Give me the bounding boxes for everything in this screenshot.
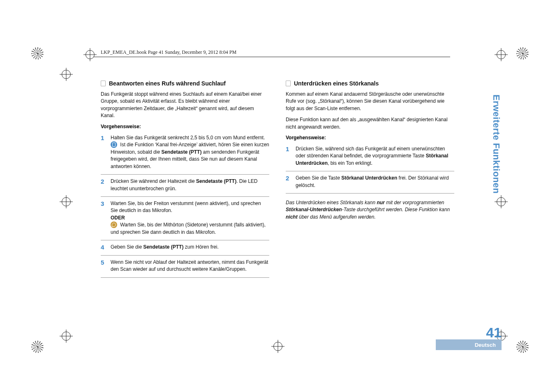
right-intro-1: Kommen auf einem Kanal andauernd Störger… — [286, 91, 454, 112]
registration-mark-icon — [273, 342, 282, 351]
procedure-label: Vorgehensweise: — [286, 135, 454, 141]
channel-free-icon — [111, 141, 117, 148]
list-item: 2 Geben Sie die Taste Störkanal Unterdrü… — [286, 172, 454, 194]
step-number: 4 — [101, 243, 104, 252]
language-strip: Deutsch — [436, 339, 502, 350]
step-number: 1 — [101, 134, 104, 143]
heading-text: Beantworten eines Rufs während Suchlauf — [109, 80, 226, 87]
list-item: 2 Drücken Sie während der Haltezeit die … — [101, 175, 269, 197]
language-label: Deutsch — [475, 342, 496, 348]
registration-flower-icon — [31, 341, 44, 353]
step-number: 2 — [286, 174, 289, 183]
registration-mark-icon — [497, 50, 506, 59]
step-number: 5 — [101, 258, 104, 267]
print-header: LKP_EMEA_DE.book Page 41 Sunday, Decembe… — [101, 49, 236, 55]
right-note: Das Unterdrücken eines Störkanals kann n… — [286, 199, 454, 221]
right-column: Unterdrücken eines Störkanals Kommen auf… — [286, 80, 454, 279]
registration-mark-icon — [62, 70, 71, 79]
talk-permit-icon — [111, 221, 117, 228]
doc-icon — [101, 81, 106, 86]
registration-flower-icon — [31, 47, 44, 60]
page-number: 41 — [465, 325, 502, 341]
registration-mark-icon — [62, 332, 71, 341]
list-item: 3 Warten Sie, bis der Freiton verstummt … — [101, 198, 269, 241]
step-number: 3 — [101, 199, 104, 208]
doc-icon — [286, 81, 291, 86]
registration-mark-icon — [86, 50, 95, 59]
list-item: 1 Halten Sie das Funkgerät senkrecht 2,5… — [101, 132, 269, 175]
header-text: LKP_EMEA_DE.book Page 41 Sunday, Decembe… — [101, 49, 236, 55]
left-steps: 1 Halten Sie das Funkgerät senkrecht 2,5… — [101, 132, 269, 278]
right-heading: Unterdrücken eines Störkanals — [286, 80, 454, 87]
left-column: Beantworten eines Rufs während Suchlauf … — [101, 80, 269, 279]
list-item: 4 Geben Sie die Sendetaste (PTT) zum Hör… — [101, 241, 269, 255]
list-item: 5 Wenn Sie nicht vor Ablauf der Haltezei… — [101, 256, 269, 278]
registration-mark-icon — [62, 197, 71, 206]
left-intro: Das Funkgerät stoppt während eines Suchl… — [101, 91, 269, 120]
registration-flower-icon — [516, 47, 529, 60]
side-tab-label: Erweiterte Funktionen — [491, 95, 502, 194]
step-number: 2 — [101, 177, 104, 186]
step-number: 1 — [286, 145, 289, 154]
list-item: 1 Drücken Sie, während sich das Funkgerä… — [286, 143, 454, 171]
registration-flower-icon — [516, 341, 529, 353]
page-body: Beantworten eines Rufs während Suchlauf … — [101, 80, 454, 279]
procedure-label: Vorgehensweise: — [101, 124, 269, 129]
left-heading: Beantworten eines Rufs während Suchlauf — [101, 80, 269, 87]
right-intro-2: Diese Funktion kann auf den als „ausgewä… — [286, 116, 454, 131]
heading-text: Unterdrücken eines Störkanals — [294, 80, 379, 87]
page-number-box: 41 — [465, 325, 502, 341]
registration-mark-icon — [497, 197, 506, 206]
right-steps: 1 Drücken Sie, während sich das Funkgerä… — [286, 143, 454, 194]
